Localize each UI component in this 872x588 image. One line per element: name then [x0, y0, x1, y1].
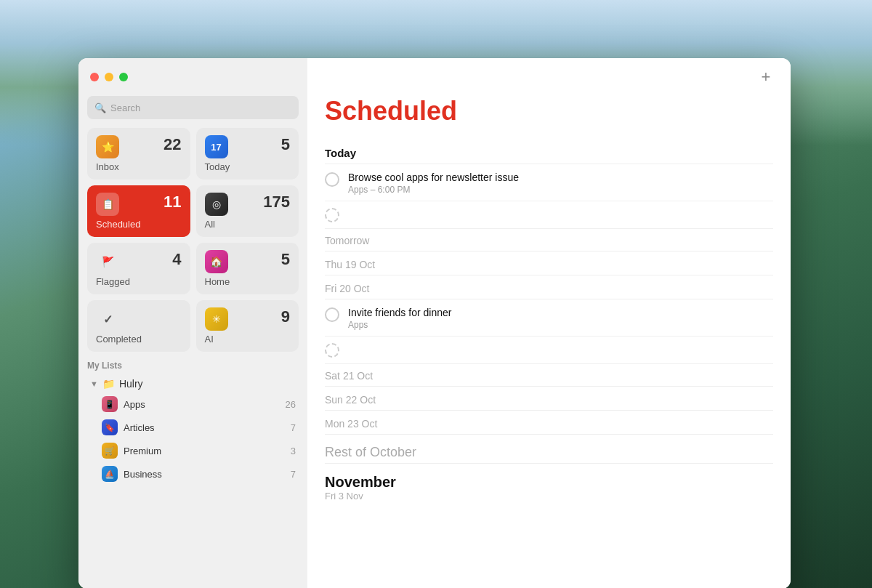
smart-card-flagged[interactable]: 🚩 4 Flagged	[87, 243, 190, 294]
home-icon: 🏠	[205, 250, 228, 273]
smart-card-top: ⭐ 22	[96, 135, 182, 158]
task-meta-dinner: Apps	[348, 320, 773, 330]
task-checkbox-dashed2[interactable]	[325, 343, 339, 358]
titlebar	[78, 58, 307, 96]
articles-list-name: Articles	[124, 422, 291, 433]
task-row-empty	[325, 201, 773, 229]
articles-list-icon: 🔖	[102, 419, 118, 435]
my-lists-section: My Lists ▼ 📁 Hulry 📱 Apps 26 🔖	[78, 361, 307, 588]
articles-list-count: 7	[291, 422, 296, 433]
premium-list-count: 3	[291, 446, 296, 456]
home-count: 5	[281, 250, 290, 269]
task-title: Browse cool apps for newsletter issue	[348, 172, 773, 183]
section-sun22: Sun 22 Oct	[325, 388, 773, 411]
today-icon: 17	[205, 135, 228, 158]
section-thu19: Thu 19 Oct	[325, 253, 773, 275]
task-row-dinner: Invite friends for dinner Apps	[325, 301, 773, 337]
inbox-label: Inbox	[96, 161, 182, 172]
apps-list-count: 26	[286, 399, 296, 410]
smart-lists-grid: ⭐ 22 Inbox 17 5 Today	[78, 128, 307, 361]
today-label: Today	[205, 161, 291, 172]
search-bar[interactable]: 🔍 Search	[87, 96, 299, 119]
task-info-dinner: Invite friends for dinner Apps	[348, 307, 773, 330]
section-rest-october: Rest of October	[325, 445, 416, 459]
add-task-button[interactable]: +	[756, 67, 776, 87]
inbox-icon: ⭐	[96, 135, 119, 158]
scheduled-label: Scheduled	[96, 219, 182, 230]
november-subheader: Fri 3 Nov	[325, 491, 773, 502]
smart-card-today[interactable]: 17 5 Today	[196, 128, 299, 180]
main-body: Scheduled Today Browse cool apps for new…	[307, 96, 791, 588]
close-button[interactable]	[90, 73, 99, 81]
smart-card-ai[interactable]: ✳ 9 AI	[196, 300, 299, 352]
folder-icon: 📁	[102, 378, 115, 390]
completed-icon: ✓	[96, 307, 119, 331]
hulry-group: ▼ 📁 Hulry 📱 Apps 26 🔖 Articles 7	[87, 375, 299, 486]
task-title-dinner: Invite friends for dinner	[348, 307, 773, 318]
task-info: Browse cool apps for newsletter issue Ap…	[348, 172, 773, 195]
business-list-count: 7	[291, 469, 296, 480]
flagged-icon: 🚩	[96, 250, 119, 273]
list-item-articles[interactable]: 🔖 Articles 7	[87, 416, 299, 439]
smart-card-all[interactable]: ◎ 175 All	[196, 185, 299, 237]
sidebar: 🔍 Search ⭐ 22 Inbox 17	[78, 58, 307, 588]
section-fri20: Fri 20 Oct	[325, 277, 773, 299]
fullscreen-button[interactable]	[119, 73, 128, 81]
ai-count: 9	[281, 307, 290, 326]
premium-list-name: Premium	[124, 446, 291, 456]
search-icon: 🔍	[94, 102, 106, 113]
scheduled-icon: 📋	[96, 193, 119, 216]
task-meta: Apps – 6:00 PM	[348, 185, 773, 195]
smart-card-completed[interactable]: ✓ Completed	[87, 300, 190, 352]
minimize-button[interactable]	[105, 73, 113, 81]
hulry-group-name: Hulry	[119, 378, 143, 390]
apps-list-icon: 📱	[102, 396, 118, 412]
all-label: All	[205, 219, 291, 230]
chevron-down-icon: ▼	[90, 379, 98, 388]
app-window: 🔍 Search ⭐ 22 Inbox 17	[78, 58, 791, 588]
task-row-empty2	[325, 337, 773, 364]
page-title: Scheduled	[325, 96, 773, 126]
my-lists-header: My Lists	[87, 361, 299, 371]
task-checkbox-dashed[interactable]	[325, 208, 339, 222]
all-icon: ◎	[205, 193, 228, 216]
section-tomorrow: Tomorrow	[325, 229, 773, 251]
business-list-name: Business	[124, 469, 291, 480]
section-sat21: Sat 21 Oct	[325, 364, 773, 387]
ai-label: AI	[205, 334, 291, 345]
task-checkbox[interactable]	[325, 172, 339, 187]
task-row: Browse cool apps for newsletter issue Ap…	[325, 166, 773, 201]
today-count: 5	[281, 135, 290, 154]
home-label: Home	[205, 276, 291, 287]
november-header: November	[325, 474, 773, 491]
premium-list-icon: 🛒	[102, 443, 118, 459]
list-item-apps[interactable]: 📱 Apps 26	[87, 392, 299, 416]
all-count: 175	[263, 193, 290, 212]
inbox-count: 22	[164, 135, 181, 154]
flagged-count: 4	[172, 250, 181, 269]
smart-card-scheduled[interactable]: 📋 11 Scheduled	[87, 185, 190, 237]
section-today: Today	[325, 141, 773, 164]
ai-icon: ✳	[205, 307, 228, 331]
smart-card-home[interactable]: 🏠 5 Home	[196, 243, 299, 294]
task-checkbox-dinner[interactable]	[325, 307, 339, 322]
completed-label: Completed	[96, 334, 182, 345]
section-mon23: Mon 23 Oct	[325, 412, 773, 435]
flagged-label: Flagged	[96, 276, 182, 287]
main-content: + Scheduled Today Browse cool apps for n…	[307, 58, 791, 588]
section-november: November Fri 3 Nov	[325, 465, 773, 503]
scheduled-count: 11	[164, 193, 181, 212]
search-placeholder: Search	[110, 102, 140, 113]
hulry-group-toggle[interactable]: ▼ 📁 Hulry	[87, 375, 299, 392]
list-item-business[interactable]: ⛵ Business 7	[87, 462, 299, 486]
main-header: +	[307, 58, 791, 96]
smart-card-inbox[interactable]: ⭐ 22 Inbox	[87, 128, 190, 180]
list-item-premium[interactable]: 🛒 Premium 3	[87, 439, 299, 462]
apps-list-name: Apps	[124, 399, 286, 410]
business-list-icon: ⛵	[102, 466, 118, 482]
